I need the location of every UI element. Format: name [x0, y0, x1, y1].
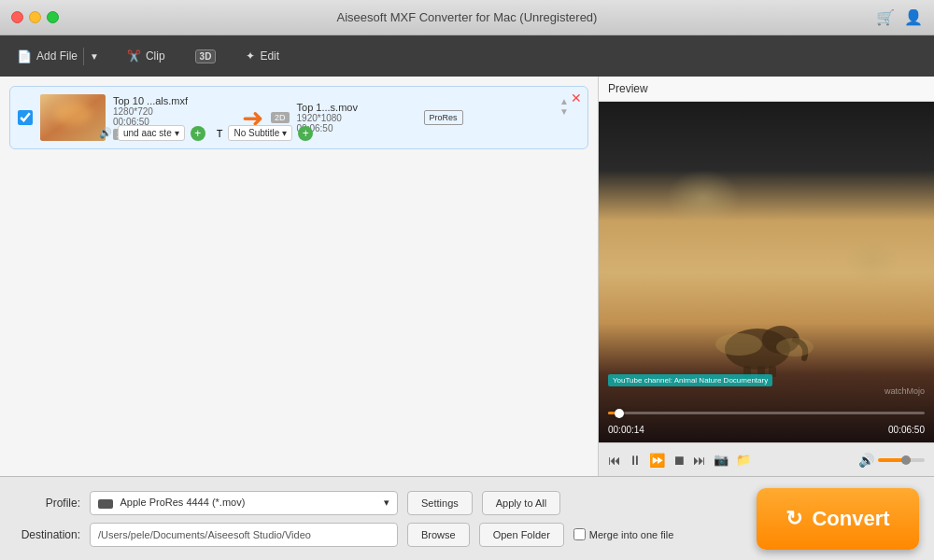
convert-icon: ↻ — [785, 507, 802, 531]
title-bar: Aiseesoft MXF Converter for Mac (Unregis… — [0, 0, 934, 35]
clip-button[interactable]: ✂️ Clip — [120, 46, 173, 66]
audio-dropdown[interactable]: und aac ste ▾ — [118, 125, 185, 141]
progress-thumb[interactable] — [615, 409, 624, 418]
3d-badge: 3D — [195, 49, 217, 63]
fast-forward-button[interactable]: ⏩ — [649, 453, 665, 468]
browse-button[interactable]: Browse — [407, 523, 470, 547]
volume-icon: 🔊 — [858, 453, 874, 468]
apply-all-button[interactable]: Apply to All — [482, 491, 560, 515]
stop-button[interactable]: ⏹ — [672, 453, 686, 468]
animal-silhouette — [692, 265, 842, 377]
3d-button[interactable]: 3D — [188, 46, 224, 67]
dust-effect-2 — [844, 238, 900, 285]
pause-button[interactable]: ⏸ — [629, 453, 642, 468]
destination-label: Destination: — [15, 528, 80, 541]
destination-input[interactable]: /Users/pele/Documents/Aiseesoft Studio/V… — [90, 523, 398, 547]
merge-checkbox-area: Merge into one file — [573, 528, 674, 540]
source-resolution: 1280*720 — [113, 106, 234, 117]
volume-area: 🔊 — [858, 453, 925, 468]
audio-label: und aac ste — [123, 128, 172, 138]
current-time: 00:00:14 — [608, 425, 644, 435]
profile-value: Apple ProRes 4444 (*.mov) — [120, 497, 245, 508]
add-file-button[interactable]: 📄 Add File ▼ — [11, 46, 105, 67]
edit-button[interactable]: ✦ Edit — [238, 46, 287, 66]
file-list-area: Top 10 ...als.mxf 1280*720 00:06:50 2D ➜… — [0, 77, 598, 476]
convert-label: Convert — [812, 507, 889, 531]
minimize-window-button[interactable] — [29, 11, 41, 23]
prores-badge[interactable]: ProRes — [424, 110, 463, 125]
video-background: YouTube channel: Animal Nature Documenta… — [599, 102, 934, 442]
nav-up-icon[interactable]: ▲ — [559, 96, 569, 106]
preview-header: Preview — [599, 77, 934, 102]
skip-forward-button[interactable]: ⏭ — [693, 453, 706, 468]
audio-dropdown-arrow: ▾ — [175, 128, 179, 138]
preview-video: YouTube channel: Animal Nature Documenta… — [599, 102, 934, 442]
svg-point-6 — [776, 338, 814, 357]
settings-button[interactable]: Settings — [407, 491, 473, 515]
file-thumbnail — [40, 94, 106, 141]
main-content: Top 10 ...als.mxf 1280*720 00:06:50 2D ➜… — [0, 77, 934, 476]
watermark-text: watchMojo — [884, 386, 925, 396]
audio-sub-row: 🔊 und aac ste ▾ + T No Subtitle ▾ + — [99, 125, 550, 141]
remove-file-button[interactable]: ✕ — [571, 91, 582, 105]
toolbar: 📄 Add File ▼ ✂️ Clip 3D ✦ Edit — [0, 35, 934, 77]
skip-back-button[interactable]: ⏮ — [608, 453, 621, 468]
subtitle-dropdown[interactable]: No Subtitle ▾ — [228, 125, 292, 141]
open-folder-button[interactable]: Open Folder — [479, 523, 564, 547]
file-item: Top 10 ...als.mxf 1280*720 00:06:50 2D ➜… — [9, 86, 588, 149]
user-icon[interactable]: 👤 — [904, 8, 923, 26]
close-window-button[interactable] — [11, 11, 23, 23]
profile-icon: Apple ProRes 4444 (*.mov) — [98, 497, 245, 508]
traffic-lights — [11, 11, 59, 23]
screenshot-button[interactable]: 📷 — [714, 453, 729, 467]
dest-2d-badge-area: 2D — [271, 112, 290, 123]
convert-button[interactable]: ↻ Convert — [757, 488, 919, 550]
profile-label: Profile: — [15, 497, 80, 510]
merge-label: Merge into one file — [589, 529, 674, 540]
destination-value: /Users/pele/Documents/Aiseesoft Studio/V… — [98, 529, 311, 540]
add-subtitle-button[interactable]: + — [298, 126, 313, 141]
subtitle-dropdown-arrow: ▾ — [282, 128, 287, 138]
nav-arrows: ▲ ▼ — [559, 96, 569, 117]
volume-slider[interactable] — [878, 458, 925, 462]
title-bar-icons: 🛒 👤 — [876, 8, 923, 26]
time-display: 00:00:14 00:06:50 — [608, 425, 925, 435]
add-file-icon: 📄 — [17, 49, 32, 63]
profile-select[interactable]: Apple ProRes 4444 (*.mov) ▾ — [90, 491, 398, 515]
add-file-dropdown-arrow[interactable]: ▼ — [83, 48, 105, 65]
edit-label: Edit — [260, 49, 279, 63]
clip-icon: ✂️ — [127, 49, 141, 63]
volume-thumb[interactable] — [901, 455, 911, 465]
video-progress-bar[interactable] — [608, 412, 925, 414]
add-file-main[interactable]: 📄 Add File — [11, 46, 83, 67]
player-controls: ⏮ ⏸ ⏩ ⏹ ⏭ 📷 📁 🔊 — [599, 442, 934, 476]
file-checkbox[interactable] — [18, 110, 33, 125]
cart-icon[interactable]: 🛒 — [876, 8, 895, 26]
dust-effect-1 — [666, 170, 741, 226]
dest-filename: Top 1...s.mov — [297, 102, 409, 113]
subtitle-label: No Subtitle — [234, 128, 279, 138]
subtitle-icon: T — [217, 128, 223, 139]
clip-label: Clip — [146, 49, 165, 63]
edit-icon: ✦ — [246, 49, 255, 63]
nav-down-icon[interactable]: ▼ — [559, 106, 569, 117]
add-audio-button[interactable]: + — [191, 126, 205, 141]
profile-dropdown-arrow: ▾ — [384, 497, 389, 509]
merge-checkbox[interactable] — [573, 528, 586, 540]
video-overlay-text: YouTube channel: Animal Nature Documenta… — [608, 374, 772, 386]
folder-button[interactable]: 📁 — [736, 453, 751, 467]
dest-resolution: 1920*1080 — [297, 113, 409, 123]
app-title: Aiseesoft MXF Converter for Mac (Unregis… — [337, 10, 598, 24]
audio-icon: 🔊 — [99, 127, 112, 139]
preview-panel: Preview — [598, 77, 934, 476]
svg-point-5 — [715, 333, 762, 356]
bottom-bar: Profile: Apple ProRes 4444 (*.mov) ▾ Set… — [0, 476, 934, 560]
add-file-label: Add File — [36, 49, 78, 63]
control-buttons: ⏮ ⏸ ⏩ ⏹ ⏭ 📷 📁 — [608, 453, 751, 468]
maximize-window-button[interactable] — [47, 11, 59, 23]
total-time: 00:06:50 — [888, 425, 925, 435]
dest-2d-badge: 2D — [271, 112, 290, 123]
source-filename: Top 10 ...als.mxf — [113, 95, 234, 106]
video-progress-fill — [608, 412, 619, 414]
